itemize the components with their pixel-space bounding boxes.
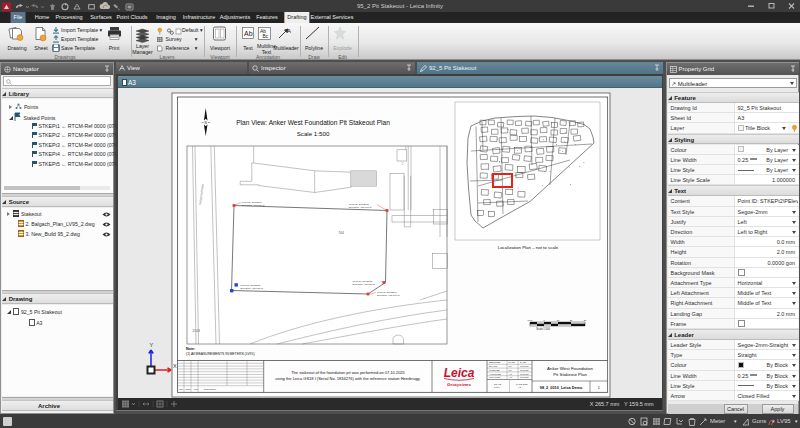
svg-text:LOCATION: LOCATION xyxy=(489,376,500,378)
svg-text:1: 1 xyxy=(598,386,600,390)
svg-text:Anker West Foundation: Anker West Foundation xyxy=(547,366,593,371)
svg-text:Elevation: 405.000 m: Elevation: 405.000 m xyxy=(353,283,375,286)
svg-text:Scale 1:500: Scale 1:500 xyxy=(297,130,330,137)
svg-text:APPROVED: APPROVED xyxy=(489,373,502,375)
svg-text:Plan View: Anker West Foundati: Plan View: Anker West Foundation Pit Sta… xyxy=(236,119,390,126)
svg-text:The stakeout of the foundation: The stakeout of the foundation pit was p… xyxy=(291,370,405,375)
svg-text:Bc: Bc xyxy=(263,33,269,39)
svg-text:Elevation: 405.000 m: Elevation: 405.000 m xyxy=(242,204,264,207)
svg-text:Elevation: 405.000 m: Elevation: 405.000 m xyxy=(377,294,399,297)
svg-text:10/10/25: 10/10/25 xyxy=(520,373,529,375)
svg-text:1:500: 1:500 xyxy=(494,386,500,388)
svg-text:CHECKED: CHECKED xyxy=(489,369,500,371)
svg-text:Elevation: 405.000 m: Elevation: 405.000 m xyxy=(241,287,263,290)
svg-text:Description: Description xyxy=(204,388,217,391)
svg-text:10 m: 10 m xyxy=(528,319,533,321)
svg-text:Date: Date xyxy=(186,388,192,391)
svg-text:Appr: Appr xyxy=(193,388,198,391)
svg-text:Note:: Note: xyxy=(186,347,195,351)
svg-text:98_2_0010_Leica Demo: 98_2_0010_Leica Demo xyxy=(540,386,583,390)
svg-text:PAGE SIZE: PAGE SIZE xyxy=(516,383,528,385)
svg-text:10/10/25: 10/10/25 xyxy=(520,365,529,367)
svg-text:A: A xyxy=(287,28,291,34)
svg-text:TM: TM xyxy=(509,365,512,367)
svg-text:Elevation: 405.000 m: Elevation: 405.000 m xyxy=(349,206,371,209)
svg-text:Geosystems: Geosystems xyxy=(447,382,472,387)
svg-text:Ab: Ab xyxy=(244,29,253,36)
svg-text:10/10/25: 10/10/25 xyxy=(520,369,529,371)
svg-text:744: 744 xyxy=(338,231,344,235)
svg-text:SCALE: SCALE xyxy=(494,383,502,385)
svg-text:X: X xyxy=(173,363,177,369)
svg-text:Leica: Leica xyxy=(444,366,475,380)
svg-text:NAME: NAME xyxy=(509,361,516,363)
svg-text:using the Leica GS18 I (Serial: using the Leica GS18 I (Serial No. 18342… xyxy=(275,376,420,381)
svg-text:Pit Stakeout Plan: Pit Stakeout Plan xyxy=(553,372,587,377)
svg-text:(1) All MEASUREMENTS IN METERS: (1) All MEASUREMENTS IN METERS (LV95) xyxy=(186,352,255,356)
svg-text:DATE: DATE xyxy=(520,361,526,363)
svg-text:Y: Y xyxy=(150,342,154,348)
svg-text:TM: TM xyxy=(509,369,512,371)
svg-text:Localization Plan – not to sca: Localization Plan – not to scale xyxy=(498,245,559,250)
svg-text:DESIGNED: DESIGNED xyxy=(489,361,501,363)
svg-text:2143: 2143 xyxy=(192,329,200,333)
svg-text:Scale 1:500: Scale 1:500 xyxy=(536,327,550,331)
svg-text:10/10/25: 10/10/25 xyxy=(520,376,529,378)
svg-text:DRAWN: DRAWN xyxy=(489,365,498,367)
